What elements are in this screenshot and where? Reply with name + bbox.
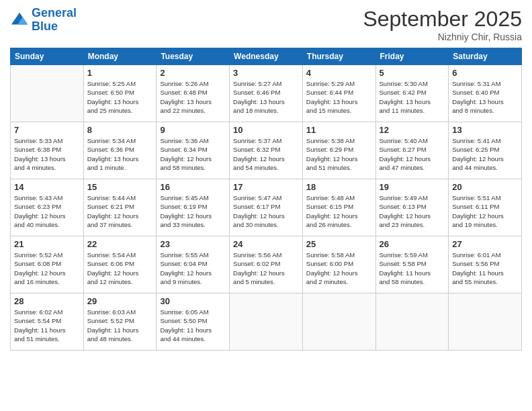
col-saturday: Saturday (449, 48, 522, 65)
table-row: 29Sunrise: 6:03 AM Sunset: 5:52 PM Dayli… (83, 293, 157, 351)
day-info: Sunrise: 5:49 AM Sunset: 6:13 PM Dayligh… (380, 193, 445, 229)
table-row: 10Sunrise: 5:37 AM Sunset: 6:32 PM Dayli… (230, 122, 303, 179)
calendar-week-row: 28Sunrise: 6:02 AM Sunset: 5:54 PM Dayli… (11, 293, 522, 351)
day-info: Sunrise: 6:05 AM Sunset: 5:50 PM Dayligh… (160, 308, 226, 343)
table-row: 24Sunrise: 5:56 AM Sunset: 6:02 PM Dayli… (230, 236, 303, 293)
day-number: 23 (160, 239, 226, 249)
logo-line2: Blue (32, 19, 58, 33)
day-number: 28 (14, 296, 80, 306)
table-row: 20Sunrise: 5:51 AM Sunset: 6:11 PM Dayli… (449, 179, 522, 236)
day-info: Sunrise: 5:27 AM Sunset: 6:46 PM Dayligh… (233, 79, 299, 115)
table-row: 9Sunrise: 5:36 AM Sunset: 6:34 PM Daylig… (157, 122, 230, 179)
day-number: 17 (233, 182, 299, 192)
day-number: 25 (306, 239, 372, 249)
day-info: Sunrise: 6:01 AM Sunset: 5:56 PM Dayligh… (452, 250, 518, 286)
day-info: Sunrise: 5:47 AM Sunset: 6:17 PM Dayligh… (233, 193, 299, 229)
day-number: 20 (452, 182, 518, 192)
day-number: 27 (452, 239, 518, 249)
day-info: Sunrise: 5:45 AM Sunset: 6:19 PM Dayligh… (160, 193, 226, 229)
table-row: 1Sunrise: 5:25 AM Sunset: 6:50 PM Daylig… (83, 65, 157, 122)
day-number: 13 (452, 125, 518, 135)
table-row: 22Sunrise: 5:54 AM Sunset: 6:06 PM Dayli… (83, 236, 157, 293)
table-row (230, 293, 303, 351)
day-info: Sunrise: 5:58 AM Sunset: 6:00 PM Dayligh… (306, 250, 372, 286)
day-number: 7 (14, 125, 80, 135)
table-row: 27Sunrise: 6:01 AM Sunset: 5:56 PM Dayli… (449, 236, 522, 293)
day-number: 1 (87, 68, 153, 78)
table-row: 26Sunrise: 5:59 AM Sunset: 5:58 PM Dayli… (375, 236, 449, 293)
table-row: 12Sunrise: 5:40 AM Sunset: 6:27 PM Dayli… (375, 122, 449, 179)
day-info: Sunrise: 5:37 AM Sunset: 6:32 PM Dayligh… (233, 136, 299, 172)
day-info: Sunrise: 6:02 AM Sunset: 5:54 PM Dayligh… (14, 308, 80, 343)
day-info: Sunrise: 5:43 AM Sunset: 6:23 PM Dayligh… (14, 193, 80, 229)
day-info: Sunrise: 5:41 AM Sunset: 6:25 PM Dayligh… (452, 136, 518, 172)
table-row: 5Sunrise: 5:30 AM Sunset: 6:42 PM Daylig… (375, 65, 449, 122)
header: General Blue September 2025 Nizhniy Chir… (10, 7, 522, 42)
day-info: Sunrise: 5:29 AM Sunset: 6:44 PM Dayligh… (306, 79, 372, 115)
title-block: September 2025 Nizhniy Chir, Russia (363, 7, 522, 42)
table-row: 16Sunrise: 5:45 AM Sunset: 6:19 PM Dayli… (157, 179, 230, 236)
calendar-week-row: 1Sunrise: 5:25 AM Sunset: 6:50 PM Daylig… (11, 65, 522, 122)
location-subtitle: Nizhniy Chir, Russia (363, 32, 522, 42)
table-row: 30Sunrise: 6:05 AM Sunset: 5:50 PM Dayli… (157, 293, 230, 351)
table-row (11, 65, 84, 122)
day-number: 2 (160, 68, 226, 78)
day-info: Sunrise: 5:38 AM Sunset: 6:29 PM Dayligh… (306, 136, 372, 172)
day-number: 12 (380, 125, 445, 135)
day-number: 22 (87, 239, 153, 249)
table-row: 23Sunrise: 5:55 AM Sunset: 6:04 PM Dayli… (157, 236, 230, 293)
day-info: Sunrise: 5:54 AM Sunset: 6:06 PM Dayligh… (87, 250, 153, 286)
day-number: 10 (233, 125, 299, 135)
day-info: Sunrise: 6:03 AM Sunset: 5:52 PM Dayligh… (87, 308, 153, 343)
table-row: 14Sunrise: 5:43 AM Sunset: 6:23 PM Dayli… (11, 179, 84, 236)
day-number: 21 (14, 239, 80, 249)
day-number: 6 (452, 68, 518, 78)
day-number: 15 (87, 182, 153, 192)
calendar-week-row: 21Sunrise: 5:52 AM Sunset: 6:08 PM Dayli… (11, 236, 522, 293)
table-row: 17Sunrise: 5:47 AM Sunset: 6:17 PM Dayli… (230, 179, 303, 236)
day-number: 14 (14, 182, 80, 192)
day-info: Sunrise: 5:31 AM Sunset: 6:40 PM Dayligh… (452, 79, 518, 115)
day-info: Sunrise: 5:59 AM Sunset: 5:58 PM Dayligh… (380, 250, 445, 286)
logo-text: General Blue (32, 7, 77, 34)
logo: General Blue (10, 7, 77, 34)
day-number: 11 (306, 125, 372, 135)
day-number: 3 (233, 68, 299, 78)
day-info: Sunrise: 5:52 AM Sunset: 6:08 PM Dayligh… (14, 250, 80, 286)
col-monday: Monday (83, 48, 157, 65)
col-thursday: Thursday (302, 48, 375, 65)
day-number: 29 (87, 296, 153, 306)
table-row (449, 293, 522, 351)
table-row: 13Sunrise: 5:41 AM Sunset: 6:25 PM Dayli… (449, 122, 522, 179)
day-info: Sunrise: 5:48 AM Sunset: 6:15 PM Dayligh… (306, 193, 372, 229)
calendar-table: Sunday Monday Tuesday Wednesday Thursday… (10, 48, 522, 351)
day-info: Sunrise: 5:36 AM Sunset: 6:34 PM Dayligh… (160, 136, 226, 172)
day-number: 16 (160, 182, 226, 192)
table-row: 19Sunrise: 5:49 AM Sunset: 6:13 PM Dayli… (375, 179, 449, 236)
table-row (302, 293, 375, 351)
table-row: 6Sunrise: 5:31 AM Sunset: 6:40 PM Daylig… (449, 65, 522, 122)
page: General Blue September 2025 Nizhniy Chir… (0, 0, 532, 411)
table-row: 8Sunrise: 5:34 AM Sunset: 6:36 PM Daylig… (83, 122, 157, 179)
day-number: 8 (87, 125, 153, 135)
day-number: 4 (306, 68, 372, 78)
day-number: 5 (380, 68, 445, 78)
table-row: 3Sunrise: 5:27 AM Sunset: 6:46 PM Daylig… (230, 65, 303, 122)
table-row: 21Sunrise: 5:52 AM Sunset: 6:08 PM Dayli… (11, 236, 84, 293)
day-number: 24 (233, 239, 299, 249)
table-row (375, 293, 449, 351)
col-friday: Friday (375, 48, 449, 65)
day-number: 19 (380, 182, 445, 192)
col-wednesday: Wednesday (230, 48, 303, 65)
logo-icon (10, 11, 29, 30)
table-row: 28Sunrise: 6:02 AM Sunset: 5:54 PM Dayli… (11, 293, 84, 351)
calendar-header-row: Sunday Monday Tuesday Wednesday Thursday… (11, 48, 522, 65)
table-row: 15Sunrise: 5:44 AM Sunset: 6:21 PM Dayli… (83, 179, 157, 236)
calendar-week-row: 7Sunrise: 5:33 AM Sunset: 6:38 PM Daylig… (11, 122, 522, 179)
day-info: Sunrise: 5:33 AM Sunset: 6:38 PM Dayligh… (14, 136, 80, 172)
day-info: Sunrise: 5:44 AM Sunset: 6:21 PM Dayligh… (87, 193, 153, 229)
day-info: Sunrise: 5:25 AM Sunset: 6:50 PM Dayligh… (87, 79, 153, 115)
day-number: 18 (306, 182, 372, 192)
day-info: Sunrise: 5:55 AM Sunset: 6:04 PM Dayligh… (160, 250, 226, 286)
col-tuesday: Tuesday (157, 48, 230, 65)
